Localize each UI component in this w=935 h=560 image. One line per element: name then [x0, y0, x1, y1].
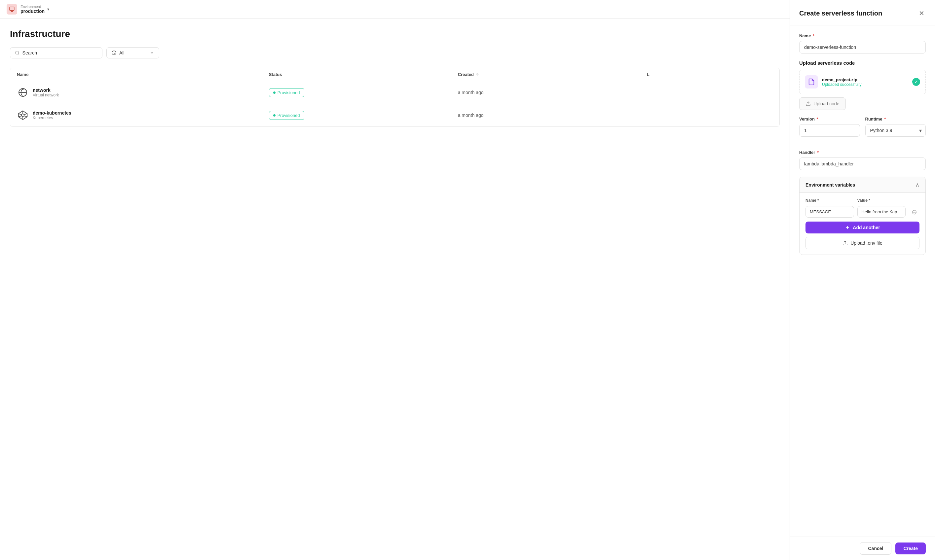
drawer-title: Create serverless function: [799, 9, 882, 17]
page-title: Infrastructure: [10, 29, 780, 39]
close-button[interactable]: ✕: [918, 8, 926, 18]
upload-code-label: Upload code: [813, 101, 839, 106]
resource-name-cell: network Virtual network: [17, 86, 269, 98]
status-cell: Provisioned: [269, 111, 458, 120]
network-icon: [17, 86, 29, 98]
upload-env-label: Upload .env file: [850, 240, 883, 246]
file-name: demo_project.zip: [822, 77, 908, 82]
env-var-value-input[interactable]: [857, 206, 906, 218]
drawer-header: Create serverless function ✕: [790, 0, 935, 25]
env-vars-body: Name * Value * ⊖: [799, 193, 926, 255]
upload-title: Upload serverless code: [799, 60, 926, 66]
env-var-name-input[interactable]: [806, 206, 854, 218]
created-cell: a month ago: [458, 90, 647, 95]
upload-code-button[interactable]: Upload code: [799, 97, 846, 110]
top-bar: Environment production ▾: [0, 0, 790, 19]
file-status: Uploaded successfully: [822, 82, 908, 87]
filters-row: All: [10, 47, 780, 58]
table-header: Name Status Created L: [10, 68, 779, 81]
main-content: Infrastructure All: [0, 19, 790, 560]
handler-form-group: Handler *: [799, 150, 926, 170]
version-input[interactable]: [799, 124, 860, 137]
handler-label: Handler *: [799, 150, 926, 155]
env-var-name-col-label: Name *: [806, 198, 854, 203]
env-vars-section: Environment variables ∧ Name * Value *: [799, 177, 926, 255]
chevron-down-icon: [149, 51, 154, 55]
env-dropdown-icon[interactable]: ▾: [47, 7, 49, 12]
upload-env-button[interactable]: Upload .env file: [806, 237, 920, 249]
svg-line-10: [24, 116, 27, 117]
table-row[interactable]: network Virtual network Provisioned a mo…: [10, 81, 779, 104]
status-dot: [273, 91, 276, 94]
svg-point-5: [22, 114, 24, 117]
col-created: Created: [458, 72, 647, 77]
upload-env-icon: [843, 240, 848, 246]
check-icon: ✓: [912, 78, 920, 86]
svg-point-3: [23, 89, 23, 90]
svg-line-11: [18, 116, 22, 117]
resource-secondary: Kubernetes: [33, 115, 71, 120]
infrastructure-table: Name Status Created L: [10, 68, 780, 127]
create-serverless-drawer: Create serverless function ✕ Name * Uplo…: [790, 0, 935, 560]
handler-input[interactable]: [799, 157, 926, 170]
file-info: demo_project.zip Uploaded successfully: [822, 77, 908, 87]
env-vars-cols-header: Name * Value *: [806, 198, 920, 205]
status-badge: Provisioned: [269, 88, 304, 97]
env-label: Environment: [20, 5, 45, 9]
name-required: *: [813, 33, 815, 38]
table-row[interactable]: demo-kubernetes Kubernetes Provisioned a…: [10, 104, 779, 126]
file-uploaded-box: demo_project.zip Uploaded successfully ✓: [799, 70, 926, 94]
name-label: Name *: [799, 33, 926, 38]
version-runtime-row: Version * Runtime * Python 3.9 Python 3.…: [799, 117, 926, 143]
handler-required: *: [817, 150, 819, 155]
add-another-label: Add another: [853, 225, 880, 230]
left-panel: Environment production ▾ Infrastructure …: [0, 0, 790, 560]
sort-icon: [475, 72, 479, 77]
cancel-button[interactable]: Cancel: [860, 542, 891, 555]
env-vars-header: Environment variables ∧: [799, 177, 926, 193]
runtime-select[interactable]: Python 3.9 Python 3.8 Node.js 18 Node.js…: [865, 124, 926, 137]
search-box[interactable]: [10, 47, 102, 58]
search-input[interactable]: [23, 50, 97, 55]
file-icon: [808, 78, 815, 86]
status-badge: Provisioned: [269, 111, 304, 120]
resource-primary: network: [33, 88, 59, 93]
svg-rect-0: [9, 7, 14, 11]
env-var-row: ⊖: [806, 206, 920, 218]
col-name: Name: [17, 72, 269, 77]
upload-section: Upload serverless code demo_project.zip …: [799, 60, 926, 110]
create-button[interactable]: Create: [895, 543, 926, 554]
env-icon: [7, 4, 17, 14]
filter-dropdown[interactable]: All: [106, 47, 159, 58]
col-status: Status: [269, 72, 458, 77]
resource-name-cell: demo-kubernetes Kubernetes: [17, 109, 269, 121]
status-dot: [273, 114, 276, 117]
version-form-group: Version *: [799, 117, 860, 137]
resource-secondary: Virtual network: [33, 93, 59, 97]
add-another-button[interactable]: Add another: [806, 222, 920, 234]
name-form-group: Name *: [799, 33, 926, 54]
resource-primary: demo-kubernetes: [33, 110, 71, 115]
drawer-footer: Cancel Create: [790, 537, 935, 560]
filter-icon: [111, 50, 117, 55]
status-cell: Provisioned: [269, 88, 458, 97]
remove-env-var-button[interactable]: ⊖: [909, 208, 920, 216]
env-info: Environment production: [20, 5, 45, 14]
svg-line-9: [18, 114, 22, 115]
env-vars-title: Environment variables: [806, 182, 855, 188]
resource-name-text: network Virtual network: [33, 88, 59, 97]
file-icon-box: [805, 75, 818, 88]
runtime-label: Runtime *: [865, 117, 926, 122]
created-cell: a month ago: [458, 112, 647, 118]
runtime-select-wrapper: Python 3.9 Python 3.8 Node.js 18 Node.js…: [865, 124, 926, 137]
svg-line-8: [24, 114, 27, 115]
version-label: Version *: [799, 117, 860, 122]
env-var-value-col-label: Value *: [857, 198, 906, 203]
search-icon: [15, 50, 20, 55]
runtime-form-group: Runtime * Python 3.9 Python 3.8 Node.js …: [865, 117, 926, 137]
drawer-body: Name * Upload serverless code demo_proje…: [790, 25, 935, 537]
kubernetes-icon: [17, 109, 29, 121]
collapse-icon[interactable]: ∧: [915, 182, 920, 188]
name-input[interactable]: [799, 41, 926, 54]
version-required: *: [817, 117, 818, 122]
